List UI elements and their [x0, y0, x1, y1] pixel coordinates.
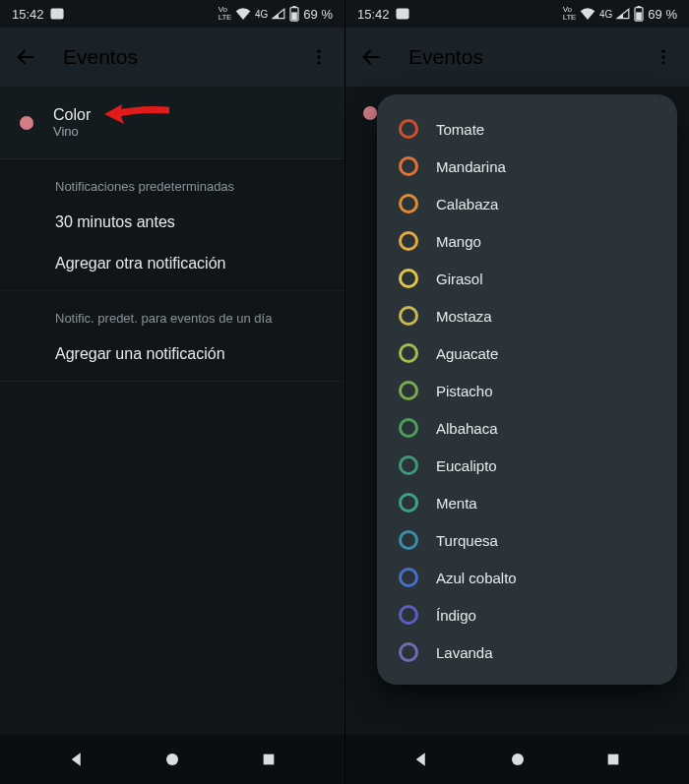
nav-recent-button[interactable]: [249, 740, 288, 779]
color-option[interactable]: Mandarina: [391, 148, 663, 185]
color-name: Índigo: [436, 607, 476, 624]
color-name: Mango: [436, 233, 481, 250]
color-name: Pistacho: [436, 383, 493, 399]
color-option[interactable]: Índigo: [391, 596, 663, 633]
svg-point-16: [661, 55, 664, 58]
signal-icon: [616, 8, 630, 20]
color-value: Vino: [53, 124, 91, 139]
svg-rect-19: [607, 754, 618, 765]
color-ring-icon: [399, 642, 418, 662]
settings-content: Color Vino Notificaciones predeterminada…: [0, 87, 344, 735]
color-ring-icon: [399, 306, 418, 326]
color-option[interactable]: Eucalipto: [391, 447, 663, 484]
dialog-backdrop[interactable]: TomateMandarinaCalabazaMangoGirasolMosta…: [345, 87, 689, 735]
nav-back-button[interactable]: [57, 740, 96, 779]
section-label: Notificaciones predeterminadas: [0, 159, 344, 202]
color-name: Menta: [436, 495, 477, 512]
nav-back-button[interactable]: [402, 740, 441, 779]
svg-rect-12: [638, 6, 641, 8]
color-option[interactable]: Albahaca: [391, 409, 663, 447]
page-title: Eventos: [408, 45, 626, 69]
app-header: Eventos: [0, 28, 344, 87]
svg-rect-10: [397, 9, 408, 18]
nav-bar: [0, 735, 344, 784]
color-ring-icon: [399, 455, 418, 475]
signal-icon: [272, 8, 285, 20]
status-bar: 15:42 VoLTE 4G 69 %: [345, 0, 689, 28]
overflow-menu-button[interactable]: [305, 43, 333, 71]
add-notification-button[interactable]: Agregar una notificación: [0, 333, 344, 375]
nav-recent-button[interactable]: [594, 740, 633, 779]
cast-icon: [396, 8, 409, 20]
battery-icon: [634, 6, 644, 22]
color-name: Albahaca: [436, 420, 498, 437]
nav-bar: [345, 735, 689, 784]
notification-item[interactable]: 30 minutos antes: [0, 202, 344, 243]
svg-point-15: [661, 50, 664, 53]
color-option[interactable]: Aguacate: [391, 334, 663, 372]
color-setting-row[interactable]: Color Vino: [0, 87, 344, 159]
add-notification-button[interactable]: Agregar otra notificación: [0, 243, 344, 284]
color-name: Aguacate: [436, 345, 498, 362]
color-option[interactable]: Turquesa: [391, 521, 663, 559]
color-label: Color: [53, 106, 91, 124]
status-bar: 15:42 VoLTE 4G 69 %: [0, 0, 344, 28]
nav-home-button[interactable]: [498, 740, 537, 779]
color-ring-icon: [399, 343, 418, 363]
color-option[interactable]: Lavanda: [391, 633, 663, 671]
allday-notifications-section: Notific. predet. para eventos de un día …: [0, 291, 344, 382]
color-ring-icon: [399, 156, 418, 176]
wifi-icon: [580, 8, 595, 20]
svg-rect-0: [51, 9, 63, 18]
color-name: Mandarina: [436, 158, 506, 175]
lte-icon: VoLTE: [563, 6, 576, 22]
overflow-menu-button[interactable]: [650, 43, 677, 71]
battery-text: 69 %: [303, 7, 333, 22]
color-name: Calabaza: [436, 196, 498, 212]
svg-point-8: [166, 754, 178, 765]
svg-rect-2: [293, 6, 296, 8]
color-option[interactable]: Mostaza: [391, 297, 663, 334]
signal-label: 4G: [255, 9, 268, 20]
wifi-icon: [235, 8, 251, 20]
color-option[interactable]: Calabaza: [391, 185, 663, 222]
color-option[interactable]: Menta: [391, 484, 663, 521]
lte-icon: VoLTE: [219, 6, 231, 22]
color-ring-icon: [399, 605, 418, 625]
app-header: Eventos: [345, 28, 689, 87]
color-ring-icon: [399, 568, 418, 587]
color-ring-icon: [399, 493, 418, 513]
color-option[interactable]: Mango: [391, 222, 663, 260]
color-option[interactable]: Tomate: [391, 110, 663, 148]
color-ring-icon: [399, 119, 418, 139]
color-option[interactable]: Pistacho: [391, 372, 663, 409]
svg-point-18: [512, 754, 524, 765]
svg-point-6: [317, 55, 320, 58]
battery-icon: [289, 6, 299, 22]
color-picker-dialog: TomateMandarinaCalabazaMangoGirasolMosta…: [377, 94, 677, 685]
color-name: Mostaza: [436, 308, 492, 325]
svg-point-17: [661, 61, 664, 64]
cast-icon: [50, 8, 64, 20]
settings-content: TomateMandarinaCalabazaMangoGirasolMosta…: [345, 87, 689, 735]
color-swatch: [20, 116, 33, 130]
color-ring-icon: [399, 418, 418, 438]
color-ring-icon: [399, 381, 418, 400]
left-screen: 15:42 VoLTE 4G 69 % Eventos: [0, 0, 344, 784]
nav-home-button[interactable]: [153, 740, 192, 779]
color-name: Tomate: [436, 121, 484, 138]
color-name: Azul cobalto: [436, 570, 517, 586]
svg-point-7: [317, 61, 320, 64]
color-name: Eucalipto: [436, 457, 497, 474]
color-option[interactable]: Azul cobalto: [391, 559, 663, 596]
page-title: Eventos: [63, 45, 282, 69]
color-name: Lavanda: [436, 644, 493, 661]
color-ring-icon: [399, 231, 418, 251]
battery-text: 69 %: [648, 7, 677, 22]
svg-rect-9: [263, 754, 274, 765]
svg-rect-3: [292, 12, 298, 20]
back-button[interactable]: [357, 43, 385, 71]
svg-point-5: [317, 50, 320, 53]
back-button[interactable]: [12, 43, 39, 71]
color-option[interactable]: Girasol: [391, 260, 663, 297]
